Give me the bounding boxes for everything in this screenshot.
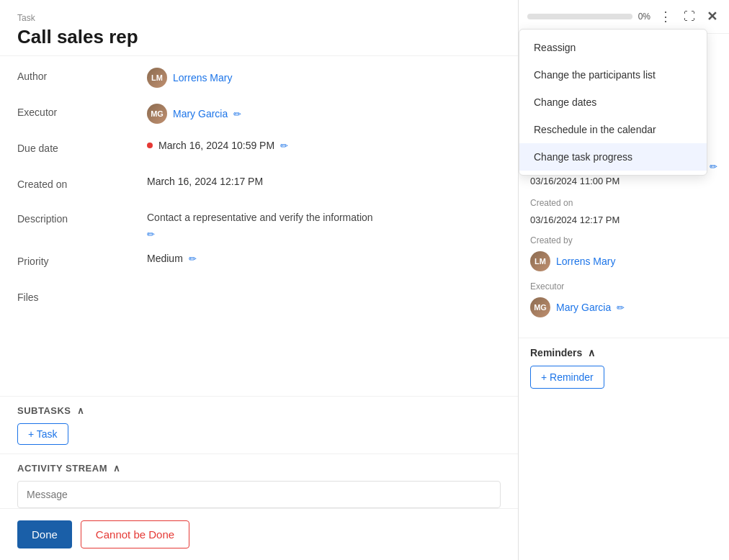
- created-by-label: Created by: [530, 235, 717, 245]
- priority-edit-icon[interactable]: ✏: [189, 253, 197, 264]
- task-title: Call sales rep: [17, 26, 501, 48]
- reminders-header[interactable]: Reminders ∧: [530, 347, 717, 358]
- activity-label: ACTIVITY STREAM: [17, 463, 107, 474]
- right-created-value: 03/16/2024 12:17 PM: [530, 214, 620, 225]
- task-label: Task: [17, 13, 501, 23]
- created-by-row: LM Lorrens Mary: [530, 251, 717, 271]
- close-button[interactable]: ✕: [704, 6, 720, 27]
- progress-bar: [527, 14, 632, 19]
- activity-chevron-icon: ∧: [113, 463, 121, 474]
- description-label: Description: [17, 212, 147, 225]
- author-row: Author LM Lorrens Mary: [17, 68, 501, 91]
- due-date-edit-icon[interactable]: ✏: [280, 140, 288, 151]
- activity-section: ACTIVITY STREAM ∧: [0, 453, 518, 508]
- subtasks-section: SUBTASKS ∧ + Task: [0, 396, 518, 453]
- author-name-link[interactable]: Lorrens Mary: [173, 72, 232, 83]
- right-executor-row: MG Mary Garcia ✏: [530, 297, 717, 317]
- due-date-label: Due date: [17, 140, 147, 154]
- dropdown-reschedule[interactable]: Reschedule in the calendar: [519, 116, 707, 143]
- created-by-initials: LM: [535, 257, 546, 266]
- scheduled-edit-icon[interactable]: ✏: [710, 161, 717, 172]
- dropdown-change-participants[interactable]: Change the participants list: [519, 61, 707, 89]
- right-executor-initials: MG: [534, 303, 547, 312]
- executor-name-link[interactable]: Mary Garcia: [173, 108, 228, 119]
- description-edit-icon[interactable]: ✏: [147, 229, 155, 240]
- author-avatar: LM: [147, 68, 167, 88]
- created-by-name[interactable]: Lorrens Mary: [556, 256, 615, 267]
- subtasks-chevron-icon: ∧: [77, 405, 85, 416]
- due-date-value: March 16, 2024 10:59 PM ✏: [147, 140, 501, 151]
- done-button[interactable]: Done: [17, 520, 72, 548]
- dropdown-reassign[interactable]: Reassign: [519, 34, 707, 61]
- dropdown-change-dates[interactable]: Change dates: [519, 89, 707, 116]
- author-label: Author: [17, 68, 147, 82]
- activity-header[interactable]: ACTIVITY STREAM ∧: [17, 463, 501, 474]
- created-by-section: Created by LM Lorrens Mary: [530, 235, 717, 271]
- more-options-button[interactable]: ⋮: [656, 6, 675, 27]
- reminders-chevron-icon: ∧: [588, 347, 595, 358]
- files-label: Files: [17, 289, 39, 396]
- subtasks-label: SUBTASKS: [17, 405, 71, 416]
- right-executor-avatar: MG: [530, 297, 550, 317]
- author-value: LM Lorrens Mary: [147, 68, 501, 88]
- description-row: Description Contact a representative and…: [17, 212, 501, 240]
- reminders-section: Reminders ∧ + Reminder: [519, 338, 729, 397]
- add-task-button[interactable]: + Task: [17, 423, 68, 445]
- task-footer: Done Cannot be Done: [0, 508, 518, 560]
- created-on-label: Created on: [17, 176, 147, 190]
- dropdown-menu: Reassign Change the participants list Ch…: [519, 29, 707, 176]
- priority-text: Medium: [147, 253, 183, 264]
- right-executor-edit-icon[interactable]: ✏: [617, 302, 625, 313]
- description-text: Contact a representative and verify the …: [147, 212, 373, 223]
- author-avatar-initials: LM: [151, 73, 163, 82]
- created-on-text: March 16, 2024 12:17 PM: [147, 176, 263, 187]
- executor-row: Executor MG Mary Garcia ✏: [17, 104, 501, 127]
- dropdown-change-progress[interactable]: Change task progress: [519, 143, 707, 171]
- cannot-button[interactable]: Cannot be Done: [81, 520, 189, 548]
- right-panel: 0% ⋮ ⛶ ✕ Reassign Change the participant…: [519, 0, 729, 560]
- priority-label: Priority: [17, 253, 147, 267]
- priority-row: Priority Medium ✏: [17, 253, 501, 276]
- priority-value: Medium ✏: [147, 253, 501, 264]
- executor-edit-icon[interactable]: ✏: [233, 109, 241, 119]
- expand-button[interactable]: ⛶: [681, 7, 698, 26]
- right-executor-section: Executor MG Mary Garcia ✏: [530, 281, 717, 317]
- right-created-label: Created on: [530, 198, 717, 208]
- due-date-dot: [147, 143, 153, 148]
- message-input[interactable]: [17, 481, 501, 508]
- created-on-row: Created on March 16, 2024 12:17 PM: [17, 176, 501, 199]
- executor-avatar-initials: MG: [151, 109, 164, 118]
- created-on-value: March 16, 2024 12:17 PM: [147, 176, 501, 187]
- description-value: Contact a representative and verify the …: [147, 212, 501, 240]
- due-date-row: Due date March 16, 2024 10:59 PM ✏: [17, 140, 501, 163]
- add-reminder-button[interactable]: + Reminder: [530, 366, 604, 389]
- executor-avatar: MG: [147, 104, 167, 124]
- reminders-label: Reminders: [530, 347, 582, 358]
- left-panel: Task Call sales rep Author LM Lorrens Ma…: [0, 0, 519, 560]
- task-header: Task Call sales rep: [0, 0, 518, 56]
- due-date-text: March 16, 2024 10:59 PM: [158, 140, 274, 151]
- executor-value: MG Mary Garcia ✏: [147, 104, 501, 124]
- progress-label: 0%: [638, 12, 650, 22]
- subtasks-header[interactable]: SUBTASKS ∧: [17, 405, 501, 416]
- right-executor-name[interactable]: Mary Garcia: [556, 302, 611, 313]
- created-by-avatar: LM: [530, 251, 550, 271]
- files-row: Files 📎 agreements.e365 ✏: [17, 289, 501, 396]
- right-executor-label: Executor: [530, 281, 717, 292]
- task-content: Author LM Lorrens Mary Executor MG Mary …: [0, 56, 518, 396]
- executor-label: Executor: [17, 104, 147, 118]
- right-created-section: Created on 03/16/2024 12:17 PM: [530, 198, 717, 225]
